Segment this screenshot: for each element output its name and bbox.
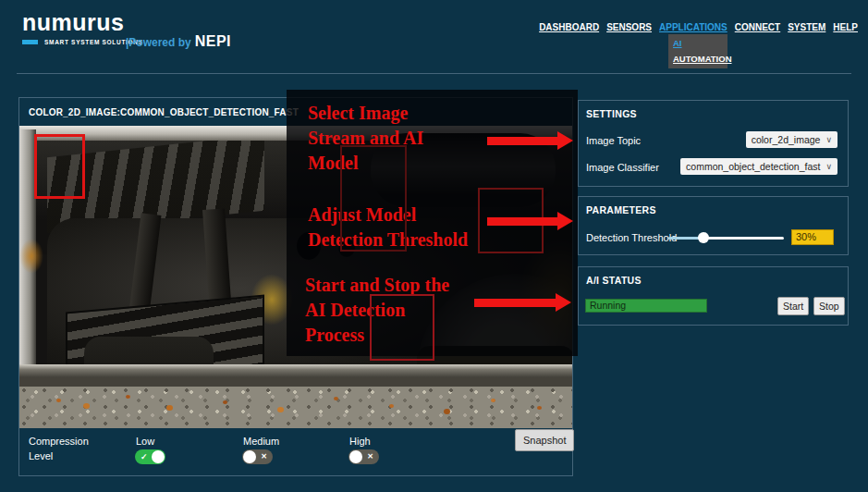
photo-texture xyxy=(56,399,61,402)
settings-title: SETTINGS xyxy=(586,108,637,119)
annotation-start-stop: Start and Stop the AI Detection Process xyxy=(305,273,449,348)
image-classifier-select[interactable]: common_object_detection_fast ∨ xyxy=(680,158,837,175)
threshold-slider-track[interactable] xyxy=(668,237,784,240)
threshold-slider-thumb[interactable] xyxy=(698,232,709,243)
nav-system[interactable]: SYSTEM xyxy=(788,22,825,32)
arrow-right-icon xyxy=(487,131,573,150)
cross-icon: ✕ xyxy=(261,449,267,464)
snapshot-button[interactable]: Snapshot xyxy=(515,429,574,451)
toggle-label-high: High xyxy=(349,436,371,447)
applications-submenu: AI AUTOMATION xyxy=(668,34,727,68)
toggle-label-medium: Medium xyxy=(243,436,279,447)
arrow-right-icon xyxy=(487,212,573,230)
annotation-select-image: Select Image Stream and AI Model xyxy=(308,101,423,176)
compression-level-label: Compression Level xyxy=(29,434,89,463)
detection-threshold-label: Detection Threshold xyxy=(586,232,677,243)
toggle-knob xyxy=(349,450,362,463)
header-divider xyxy=(17,73,851,74)
powered-by-prefix: |Powered by xyxy=(126,36,191,49)
top-nav: DASHBOARD SENSORS APPLICATIONS CONNECT S… xyxy=(539,22,858,32)
nav-applications[interactable]: APPLICATIONS xyxy=(659,22,727,32)
threshold-value-badge: 30% xyxy=(791,229,834,245)
powered-by: |Powered by NEPI xyxy=(126,33,231,50)
brand-logo: numurus xyxy=(22,9,124,36)
toggle-knob xyxy=(243,450,256,463)
compression-toggle-high[interactable]: ✕ xyxy=(348,449,379,464)
nepi-logo: NEPI xyxy=(195,33,231,50)
photo-texture xyxy=(19,239,43,274)
ai-status-panel: A/I STATUS Running Start Stop xyxy=(578,266,849,326)
submenu-ai[interactable]: AI xyxy=(673,38,723,48)
annotation-adjust-threshold: Adjust Model Detection Threshold xyxy=(308,203,468,252)
ai-status-title: A/I STATUS xyxy=(586,275,642,286)
chevron-down-icon: ∨ xyxy=(825,135,832,144)
start-button[interactable]: Start xyxy=(777,297,809,315)
viewer-title: COLOR_2D_IMAGE:COMMON_OBJECT_DETECTION_F… xyxy=(29,107,299,117)
compression-toggle-low[interactable]: ✓ xyxy=(135,449,165,464)
arrow-right-icon xyxy=(474,293,571,312)
compression-toggle-medium[interactable]: ✕ xyxy=(242,449,273,464)
check-icon: ✓ xyxy=(141,449,148,464)
image-topic-select[interactable]: color_2d_image ∨ xyxy=(746,131,837,148)
brand-accent-dash xyxy=(22,40,38,44)
toggle-knob xyxy=(152,450,165,463)
nav-dashboard[interactable]: DASHBOARD xyxy=(539,22,599,32)
submenu-automation[interactable]: AUTOMATION xyxy=(673,54,723,64)
image-topic-value: color_2d_image xyxy=(752,134,821,145)
toggle-label-low: Low xyxy=(136,436,154,447)
nav-connect[interactable]: CONNECT xyxy=(735,22,780,32)
image-classifier-label: Image Classifier xyxy=(586,162,659,173)
photo-texture xyxy=(19,387,572,428)
settings-panel: SETTINGS Image Topic color_2d_image ∨ Im… xyxy=(578,100,849,187)
image-classifier-value: common_object_detection_fast xyxy=(686,161,820,172)
parameters-title: PARAMETERS xyxy=(586,204,656,215)
nav-help[interactable]: HELP xyxy=(833,22,858,32)
cross-icon: ✕ xyxy=(367,449,373,464)
chevron-down-icon: ∨ xyxy=(825,162,832,171)
parameters-panel: PARAMETERS Detection Threshold 30% xyxy=(578,196,849,255)
nav-sensors[interactable]: SENSORS xyxy=(606,22,652,32)
status-running-bar: Running xyxy=(585,299,707,313)
image-topic-label: Image Topic xyxy=(586,135,641,146)
stop-button[interactable]: Stop xyxy=(813,297,845,315)
